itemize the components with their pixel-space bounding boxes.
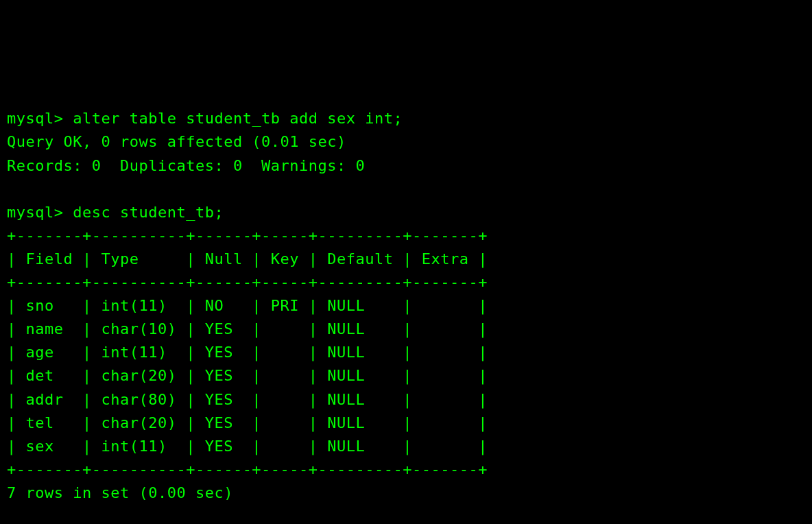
- table-row: | age | int(11) | YES | | NULL | |: [7, 344, 488, 361]
- query-result-line1: Query OK, 0 rows affected (0.01 sec): [7, 133, 346, 150]
- table-border-bottom: +-------+----------+------+-----+-------…: [7, 461, 488, 478]
- table-header: | Field | Type | Null | Key | Default | …: [7, 250, 488, 267]
- sql-command-desc: desc student_tb;: [73, 204, 224, 221]
- table-row: | sno | int(11) | NO | PRI | NULL | |: [7, 297, 488, 314]
- table-row: | det | char(20) | YES | | NULL | |: [7, 367, 488, 384]
- table-row: | tel | char(20) | YES | | NULL | |: [7, 414, 488, 431]
- sql-command-alter: alter table student_tb add sex int;: [73, 110, 403, 127]
- result-footer: 7 rows in set (0.00 sec): [7, 484, 233, 501]
- query-result-line2: Records: 0 Duplicates: 0 Warnings: 0: [7, 157, 365, 174]
- mysql-prompt: mysql>: [7, 110, 73, 127]
- table-border-top: +-------+----------+------+-----+-------…: [7, 227, 488, 244]
- terminal-output: mysql> alter table student_tb add sex in…: [7, 107, 805, 505]
- table-row: | addr | char(80) | YES | | NULL | |: [7, 391, 488, 408]
- table-row: | name | char(10) | YES | | NULL | |: [7, 320, 488, 337]
- table-border-mid: +-------+----------+------+-----+-------…: [7, 274, 488, 291]
- mysql-prompt: mysql>: [7, 204, 73, 221]
- table-row: | sex | int(11) | YES | | NULL | |: [7, 438, 488, 455]
